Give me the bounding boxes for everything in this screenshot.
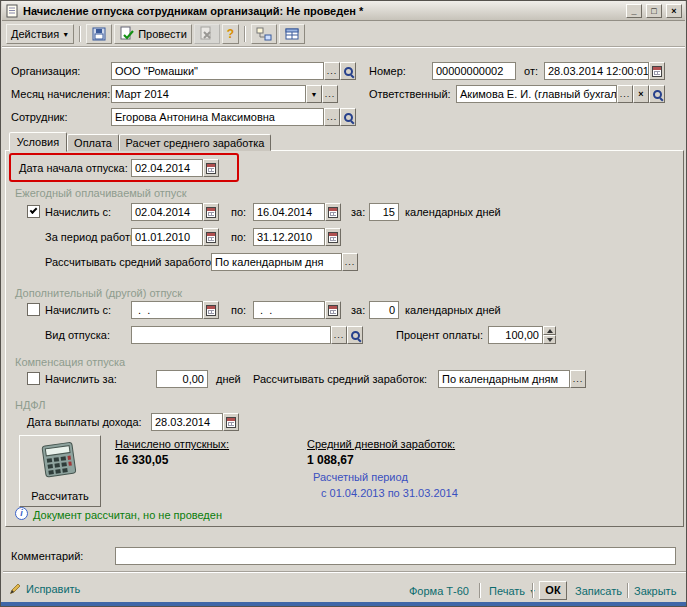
annual-to-calendar-button[interactable] xyxy=(325,203,341,221)
calculate-button[interactable]: Рассчитать xyxy=(19,435,101,507)
pay-percent-spinner[interactable] xyxy=(543,326,556,344)
ellipsis-icon: ... xyxy=(345,257,356,267)
work-period-to-field[interactable]: 31.12.2010 xyxy=(253,228,325,246)
pay-percent-field[interactable]: 100,00 xyxy=(488,326,543,344)
print-label: Печать xyxy=(489,585,525,597)
save-icon xyxy=(91,26,107,42)
help-button[interactable]: ? xyxy=(222,24,239,44)
calendar-icon xyxy=(206,207,216,218)
save-close-button[interactable] xyxy=(86,24,112,44)
actions-label: Действия xyxy=(11,28,59,40)
related-info-button[interactable] xyxy=(279,24,305,44)
calc-period-link[interactable]: Расчетный период xyxy=(313,471,408,483)
maximize-button[interactable]: □ xyxy=(646,4,662,18)
calculator-icon xyxy=(38,441,82,479)
table-icon xyxy=(284,26,300,42)
month-field[interactable]: Март 2014 xyxy=(111,85,306,103)
ellipsis-icon: ... xyxy=(334,330,345,340)
minimize-button[interactable]: _ xyxy=(626,4,642,18)
post-button[interactable]: Провести xyxy=(114,24,192,44)
actions-button[interactable]: Действия ▼ xyxy=(6,24,74,44)
comment-field[interactable] xyxy=(115,547,676,565)
annual-accrue-label: Начислить с: xyxy=(45,206,111,218)
status-text: Документ рассчитан, но не проведен xyxy=(33,509,222,521)
info-icon: i xyxy=(15,507,28,520)
responsible-open-button[interactable] xyxy=(649,85,665,103)
calendar-icon xyxy=(328,207,338,218)
annual-from-field[interactable]: 02.04.2014 xyxy=(131,203,203,221)
work-period-from-calendar-button[interactable] xyxy=(203,228,219,246)
start-date-calendar-button[interactable] xyxy=(203,159,219,177)
calendar-icon xyxy=(206,163,216,174)
close-window-button[interactable]: Закрыть xyxy=(634,585,676,597)
organization-select-button[interactable]: ... xyxy=(324,62,340,80)
print-button[interactable]: Печать ▼ xyxy=(489,585,536,597)
compensation-avg-field[interactable]: По календарным дням xyxy=(438,370,570,388)
vacation-type-open-button[interactable] xyxy=(347,326,363,344)
ok-button[interactable]: ОК xyxy=(539,581,567,600)
payout-date-field[interactable]: 28.03.2014 xyxy=(151,413,223,431)
post-document-icon xyxy=(119,26,135,42)
additional-accrue-label: Начислить с: xyxy=(45,304,111,316)
month-select-button[interactable]: ... xyxy=(322,85,338,103)
structure-button[interactable] xyxy=(251,24,277,44)
additional-from-calendar-button[interactable] xyxy=(203,301,219,319)
annual-accrue-checkbox[interactable] xyxy=(27,205,40,218)
payout-date-calendar-button[interactable] xyxy=(223,413,239,431)
vacation-type-select-button[interactable]: ... xyxy=(331,326,347,344)
compensation-days-field[interactable]: 0,00 xyxy=(156,370,208,388)
additional-group-title: Дополнительный (другой) отпуск xyxy=(15,287,182,299)
help-icon: ? xyxy=(227,27,234,41)
fix-button[interactable]: Исправить xyxy=(9,582,80,595)
annual-avg-select-button[interactable]: ... xyxy=(342,253,358,271)
month-dropdown-button[interactable]: ▼ xyxy=(306,85,322,103)
organization-field[interactable]: ООО "Ромашки" xyxy=(111,62,324,80)
compensation-days-suffix: дней xyxy=(216,373,241,385)
annual-days-field[interactable]: 15 xyxy=(369,203,399,221)
spin-up-icon[interactable] xyxy=(543,326,556,335)
additional-to-field[interactable]: . . xyxy=(253,301,325,319)
number-field[interactable]: 00000000002 xyxy=(432,62,516,80)
additional-days-field[interactable]: 0 xyxy=(369,301,399,319)
close-button[interactable]: × xyxy=(666,4,682,18)
number-label: Номер: xyxy=(369,65,406,77)
compensation-checkbox[interactable] xyxy=(27,372,40,385)
form-t60-button[interactable]: Форма Т-60 xyxy=(409,585,469,597)
responsible-field[interactable]: Акимова Е. И. (главный бухгалте xyxy=(456,85,617,103)
responsible-select-button[interactable]: ... xyxy=(617,85,633,103)
work-period-from-field[interactable]: 01.01.2010 xyxy=(131,228,203,246)
doc-date-calendar-button[interactable] xyxy=(649,62,665,80)
avg-daily-value: 1 088,67 xyxy=(307,453,354,467)
additional-to-calendar-button[interactable] xyxy=(325,301,341,319)
unpost-button[interactable] xyxy=(194,24,220,44)
spin-down-icon[interactable] xyxy=(543,335,556,344)
compensation-avg-label: Рассчитывать средний заработок: xyxy=(253,373,427,385)
annual-from-calendar-button[interactable] xyxy=(203,203,219,221)
footer-divider xyxy=(532,583,534,598)
document-icon xyxy=(5,4,19,18)
doc-date-field[interactable]: 28.03.2014 12:00:01 xyxy=(544,62,649,80)
additional-accrue-checkbox[interactable] xyxy=(27,303,40,316)
save-button[interactable]: Записать xyxy=(575,585,622,597)
check-icon xyxy=(30,206,38,214)
employee-open-button[interactable] xyxy=(340,108,356,126)
vacation-type-field[interactable] xyxy=(131,326,331,344)
employee-select-button[interactable]: ... xyxy=(324,108,340,126)
tab-payment[interactable]: Оплата xyxy=(67,134,119,151)
responsible-label: Ответственный: xyxy=(369,88,451,100)
calc-period-range-link[interactable]: с 01.04.2013 по 31.03.2014 xyxy=(321,487,458,499)
responsible-clear-button[interactable]: × xyxy=(633,85,649,103)
employee-field[interactable]: Егорова Антонина Максимовна xyxy=(111,108,324,126)
annual-group-title: Ежегодный оплачиваемый отпуск xyxy=(15,187,187,199)
organization-open-button[interactable] xyxy=(340,62,356,80)
tab-avg-earnings[interactable]: Расчет среднего заработка xyxy=(119,134,271,151)
annual-to-field[interactable]: 16.04.2014 xyxy=(253,203,325,221)
compensation-avg-select-button[interactable]: ... xyxy=(570,370,586,388)
annual-avg-field[interactable]: По календарным дня xyxy=(211,253,342,271)
start-date-field[interactable]: 02.04.2014 xyxy=(131,159,203,177)
additional-from-field[interactable]: . . xyxy=(131,301,203,319)
tab-conditions[interactable]: Условия xyxy=(9,132,67,152)
avg-daily-label: Средний дневной заработок: xyxy=(307,438,455,450)
work-period-to-calendar-button[interactable] xyxy=(325,228,341,246)
unpost-document-icon xyxy=(199,26,215,42)
